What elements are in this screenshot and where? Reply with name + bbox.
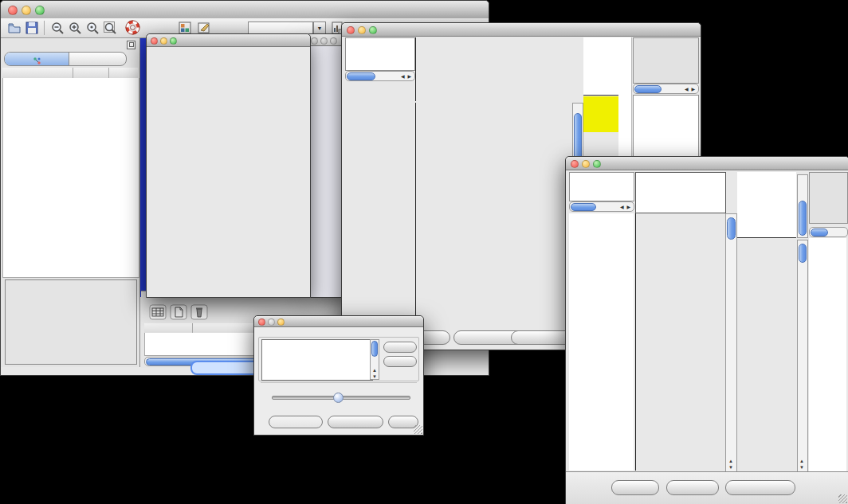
animation-slider[interactable] (272, 396, 410, 400)
open-session-icon[interactable] (7, 21, 22, 35)
treeview1-heatmap[interactable] (415, 103, 573, 327)
treeview1-usage-hints (633, 37, 699, 84)
animation-speed-label (261, 382, 417, 385)
network-tab-icon (33, 57, 41, 64)
close-button[interactable] (258, 318, 265, 326)
attribute-list-scrollbar[interactable]: ▲ ▼ (370, 339, 379, 380)
main-titlebar[interactable] (1, 1, 489, 19)
treeview2-row-dendrogram[interactable] (569, 213, 634, 471)
minimize-button[interactable] (320, 37, 328, 45)
zoom-fit-icon[interactable] (103, 21, 117, 35)
treeview1-column-dendrogram[interactable] (415, 37, 573, 101)
treeview2-export-graphics-button[interactable] (725, 480, 795, 495)
treeview1-view-status (345, 37, 415, 71)
treeview2-gene-list[interactable] (809, 238, 846, 472)
zoom-button[interactable] (369, 26, 377, 34)
new-attribute-icon[interactable] (170, 304, 187, 320)
network-view-window (146, 33, 311, 298)
search-input[interactable] (248, 21, 313, 34)
treeview2-heatmap[interactable] (635, 213, 725, 471)
minimize-button[interactable] (358, 26, 366, 34)
minimize-button[interactable] (160, 37, 167, 45)
network-overview-thumbnail[interactable] (5, 279, 137, 365)
treeview2-hints-scrollbar[interactable] (809, 227, 848, 237)
minimize-button[interactable] (582, 160, 590, 168)
data-column-id[interactable] (144, 323, 193, 333)
treeview2-usage-hints (809, 172, 848, 224)
slider-thumb[interactable] (333, 393, 344, 403)
column-header-edges[interactable] (109, 68, 138, 78)
close-button[interactable] (571, 160, 579, 168)
control-panel (1, 38, 140, 367)
close-button[interactable] (8, 6, 18, 15)
close-button[interactable] (311, 37, 318, 45)
treeview1-status-scrollbar[interactable]: ◀ ▶ (345, 71, 415, 81)
treeview2-column-dendrogram-area (635, 172, 726, 213)
treeview2-labels-scrollbar[interactable] (797, 174, 808, 238)
close-button[interactable] (347, 26, 355, 34)
zoom-out-icon[interactable] (50, 21, 65, 35)
animate-vizmap-button[interactable] (269, 416, 323, 428)
close-button[interactable] (151, 37, 158, 45)
treeview2-settings-button[interactable] (611, 480, 659, 495)
move-down-button[interactable] (383, 356, 417, 367)
treeview2-save-data-button[interactable] (666, 480, 719, 495)
save-session-icon[interactable] (25, 21, 39, 35)
resize-grip[interactable] (838, 494, 847, 503)
move-up-button[interactable] (383, 342, 417, 353)
treeview2-zoom-heatmap[interactable] (737, 242, 796, 471)
treeview2-titlebar[interactable] (566, 157, 848, 170)
tab-network[interactable] (5, 53, 69, 65)
network-graph-view[interactable] (147, 46, 308, 296)
attribute-list[interactable] (261, 339, 373, 381)
zoom-button[interactable] (330, 37, 337, 45)
treeview1-titlebar[interactable] (342, 23, 701, 37)
tab-vizmapper[interactable] (69, 53, 126, 65)
treeview1-similarity-matrix[interactable] (583, 96, 618, 132)
minimize-button[interactable] (22, 6, 31, 15)
resize-grip[interactable] (414, 425, 422, 434)
zoom-button[interactable] (35, 6, 45, 15)
network-view-titlebar[interactable] (147, 34, 310, 47)
treeview2-window: ◀ ▶ ▲ ▼ ▲ ▼ (565, 156, 848, 504)
treeview2-right-scrollbar[interactable]: ▲ ▼ (797, 240, 808, 472)
zoom-selected-icon[interactable] (85, 21, 100, 35)
treeview1-column-labels (583, 37, 620, 96)
delete-attribute-icon[interactable] (190, 304, 208, 320)
zoom-button[interactable] (593, 160, 601, 168)
treeview1-row-dendrogram[interactable] (345, 103, 414, 327)
treeview1-hints-scrollbar[interactable]: ◀ ▶ (633, 84, 699, 94)
zoom-button[interactable] (170, 37, 177, 45)
help-lifesaver-icon[interactable] (125, 20, 140, 35)
column-header-nodes[interactable] (73, 68, 109, 78)
treeview2-vscrollbar[interactable]: ▲ ▼ (725, 213, 737, 472)
minimize-button[interactable] (268, 318, 275, 326)
treeview2-status-scrollbar[interactable]: ◀ ▶ (569, 201, 634, 212)
zoom-in-icon[interactable] (68, 21, 82, 35)
map-colors-dialog: ▲ ▼ (253, 315, 424, 436)
map-dialog-titlebar[interactable] (254, 316, 423, 327)
column-header-network[interactable] (2, 68, 73, 78)
attribute-select-icon[interactable] (149, 304, 167, 320)
float-panel-icon[interactable] (127, 41, 135, 49)
treeview2-view-status (569, 172, 634, 201)
zoom-button[interactable] (277, 318, 285, 326)
treeview2-column-labels (737, 172, 796, 238)
create-vizmap-button[interactable] (328, 416, 383, 428)
network-list[interactable] (2, 78, 139, 278)
